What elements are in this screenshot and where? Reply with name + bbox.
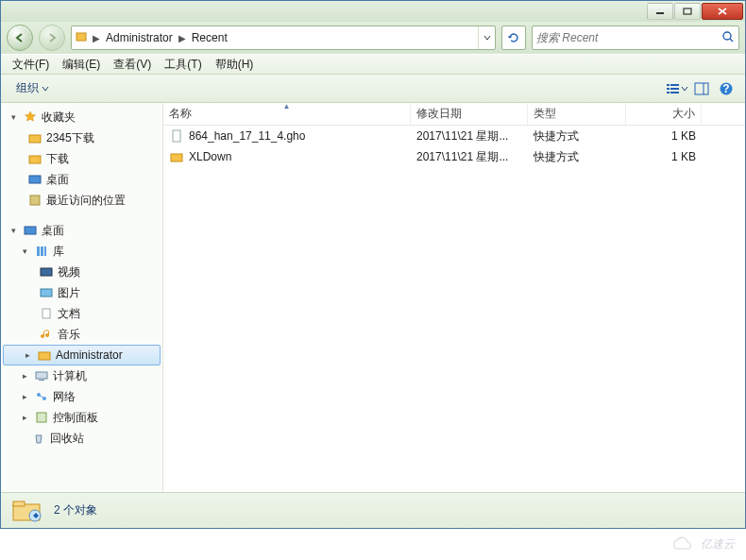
tree-label: 2345下载 bbox=[46, 130, 94, 146]
menu-view[interactable]: 查看(V) bbox=[108, 55, 157, 75]
menu-edit[interactable]: 编辑(E) bbox=[57, 55, 106, 75]
svg-line-6 bbox=[730, 39, 733, 42]
arrow-right-icon bbox=[45, 31, 59, 44]
tree-label: 库 bbox=[53, 244, 64, 260]
status-folder-icon bbox=[10, 497, 44, 525]
tree-downloads[interactable]: 下载 bbox=[1, 148, 162, 169]
collapse-icon[interactable]: ▾ bbox=[8, 112, 19, 122]
svg-rect-23 bbox=[41, 246, 43, 256]
preview-pane-button[interactable] bbox=[690, 78, 713, 99]
collapse-icon[interactable]: ▾ bbox=[8, 226, 19, 235]
address-dropdown[interactable] bbox=[478, 26, 495, 49]
tree-music[interactable]: 音乐 bbox=[1, 324, 162, 345]
title-bar[interactable] bbox=[1, 1, 745, 22]
tree-recycle-bin[interactable]: 回收站 bbox=[1, 428, 162, 449]
status-bar: 2 个对象 bbox=[1, 492, 745, 528]
library-icon bbox=[34, 244, 49, 259]
tree-documents[interactable]: 文档 bbox=[1, 303, 162, 324]
svg-rect-7 bbox=[667, 84, 670, 86]
search-input[interactable] bbox=[536, 31, 721, 44]
menu-file[interactable]: 文件(F) bbox=[7, 55, 55, 75]
column-type[interactable]: 类型 bbox=[528, 103, 626, 125]
location-icon bbox=[72, 30, 91, 46]
address-bar[interactable]: ▶ Administrator ▶ Recent bbox=[71, 25, 496, 50]
search-box[interactable] bbox=[532, 25, 739, 50]
column-label: 名称 bbox=[169, 106, 192, 122]
control-panel-icon bbox=[34, 410, 49, 425]
forward-button[interactable] bbox=[39, 25, 65, 51]
column-size[interactable]: 大小 bbox=[626, 103, 702, 125]
menu-tools[interactable]: 工具(T) bbox=[159, 55, 207, 75]
svg-rect-22 bbox=[37, 246, 40, 256]
column-name[interactable]: 名称 ▲ bbox=[163, 103, 411, 125]
tree-control-panel[interactable]: ▸ 控制面板 bbox=[1, 407, 162, 428]
tree-label: 网络 bbox=[53, 389, 76, 405]
maximize-icon bbox=[683, 7, 692, 16]
tree-label: 桌面 bbox=[42, 223, 64, 239]
maximize-button[interactable] bbox=[674, 3, 701, 20]
breadcrumb-segment[interactable]: Administrator bbox=[102, 26, 177, 49]
svg-rect-28 bbox=[39, 352, 50, 360]
file-date: 2017\11\21 星期... bbox=[411, 149, 528, 165]
tree-desktop-fav[interactable]: 桌面 bbox=[1, 169, 162, 190]
help-button[interactable]: ? bbox=[715, 78, 738, 99]
back-button[interactable] bbox=[7, 25, 33, 51]
tree-libraries[interactable]: ▾ 库 bbox=[1, 241, 162, 262]
refresh-button[interactable] bbox=[501, 25, 526, 50]
svg-rect-9 bbox=[667, 88, 670, 90]
organize-button[interactable]: 组织 bbox=[8, 77, 57, 99]
svg-rect-10 bbox=[670, 88, 679, 90]
watermark-text: 亿速云 bbox=[701, 536, 735, 552]
view-mode-button[interactable] bbox=[666, 78, 688, 99]
navigation-bar: ▶ Administrator ▶ Recent bbox=[1, 22, 745, 54]
minimize-icon bbox=[655, 7, 665, 16]
organize-label: 组织 bbox=[16, 80, 39, 96]
network-icon bbox=[34, 389, 49, 404]
file-rows[interactable]: 864_han_17_11_4.gho 2017\11\21 星期... 快捷方… bbox=[163, 126, 745, 492]
tree-network[interactable]: ▸ 网络 bbox=[1, 386, 162, 407]
command-bar: 组织 ? bbox=[1, 75, 745, 103]
svg-point-5 bbox=[723, 32, 731, 40]
collapse-icon[interactable]: ▾ bbox=[20, 246, 30, 256]
file-size: 1 KB bbox=[626, 129, 702, 143]
file-row[interactable]: XLDown 2017\11\21 星期... 快捷方式 1 KB bbox=[163, 146, 745, 167]
close-button[interactable] bbox=[702, 3, 743, 20]
cloud-icon bbox=[669, 535, 697, 552]
minimize-button[interactable] bbox=[647, 3, 673, 20]
svg-rect-26 bbox=[41, 289, 52, 297]
recent-icon bbox=[27, 193, 42, 208]
navigation-pane[interactable]: ▾ 收藏夹 2345下载 下载 桌面 最近访问的位置 ▾ bbox=[1, 103, 163, 492]
tree-videos[interactable]: 视频 bbox=[1, 262, 162, 282]
folder-icon bbox=[169, 149, 184, 164]
menu-bar: 文件(F) 编辑(E) 查看(V) 工具(T) 帮助(H) bbox=[1, 54, 745, 75]
file-type: 快捷方式 bbox=[528, 149, 626, 165]
expand-icon[interactable]: ▸ bbox=[23, 350, 33, 360]
watermark: 亿速云 bbox=[669, 535, 735, 552]
svg-rect-34 bbox=[37, 413, 46, 422]
tree-favorites[interactable]: ▾ 收藏夹 bbox=[1, 107, 162, 127]
svg-rect-27 bbox=[42, 309, 50, 318]
svg-rect-13 bbox=[695, 83, 708, 94]
tree-label: Administrator bbox=[56, 348, 123, 362]
tree-desktop[interactable]: ▾ 桌面 bbox=[1, 220, 162, 241]
tree-label: 控制面板 bbox=[53, 410, 98, 426]
chevron-right-icon[interactable]: ▶ bbox=[91, 33, 102, 43]
column-date[interactable]: 修改日期 bbox=[411, 103, 528, 125]
tree-administrator[interactable]: ▸ Administrator bbox=[3, 345, 161, 365]
svg-rect-12 bbox=[670, 92, 679, 93]
file-name: 864_han_17_11_4.gho bbox=[189, 129, 305, 143]
tree-computer[interactable]: ▸ 计算机 bbox=[1, 365, 162, 386]
tree-2345-downloads[interactable]: 2345下载 bbox=[1, 127, 162, 148]
status-text: 2 个对象 bbox=[54, 502, 97, 518]
search-icon[interactable] bbox=[721, 30, 735, 46]
chevron-right-icon[interactable]: ▶ bbox=[177, 33, 188, 43]
svg-text:?: ? bbox=[722, 82, 729, 95]
tree-pictures[interactable]: 图片 bbox=[1, 282, 162, 303]
menu-help[interactable]: 帮助(H) bbox=[210, 55, 260, 75]
expand-icon[interactable]: ▸ bbox=[20, 413, 30, 422]
tree-recent-places[interactable]: 最近访问的位置 bbox=[1, 190, 162, 211]
expand-icon[interactable]: ▸ bbox=[20, 392, 30, 401]
expand-icon[interactable]: ▸ bbox=[20, 371, 30, 381]
file-row[interactable]: 864_han_17_11_4.gho 2017\11\21 星期... 快捷方… bbox=[163, 126, 745, 146]
breadcrumb-segment[interactable]: Recent bbox=[188, 26, 231, 49]
